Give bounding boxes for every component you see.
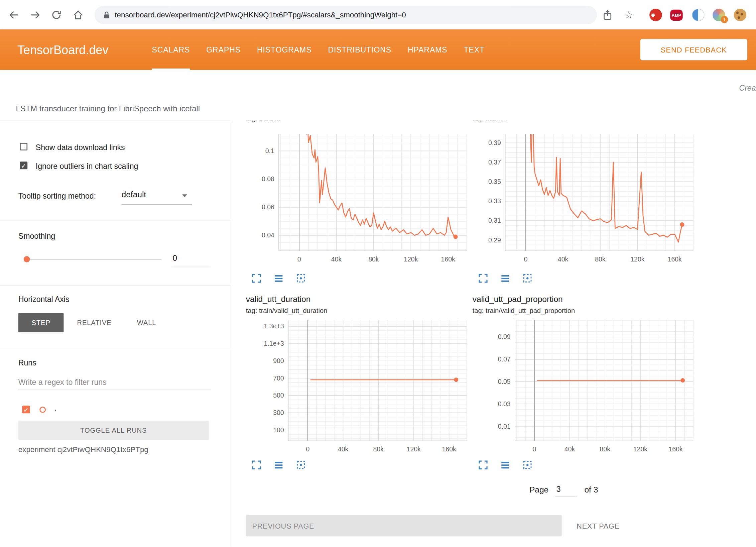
reload-icon[interactable]	[49, 8, 64, 22]
scalar-chart-canvas[interactable]: 040k80k120k160k1003005007009001.1e+31.3e…	[246, 319, 472, 456]
log-scale-icon[interactable]	[273, 459, 285, 471]
svg-text:120k: 120k	[407, 445, 421, 453]
svg-text:120k: 120k	[630, 255, 644, 263]
chart-toolbar	[251, 272, 306, 284]
cookie-icon[interactable]	[734, 9, 747, 21]
chart-tag: tag: train/valid_utt_pad_proportion	[473, 307, 575, 314]
smoothing-label: Smoothing	[18, 232, 55, 241]
next-page-button[interactable]: NEXT PAGE	[574, 515, 651, 536]
experiment-description: LSTM transducer training for LibriSpeech…	[16, 104, 200, 113]
ignore-outliers-checkbox[interactable]: ✓	[20, 161, 27, 169]
previous-page-button[interactable]: PREVIOUS PAGE	[246, 515, 562, 536]
fit-data-icon[interactable]	[522, 459, 533, 471]
log-scale-icon[interactable]	[500, 459, 511, 471]
chart-clipped-header: tag: train/…	[473, 121, 507, 123]
chart-toolbar	[477, 459, 533, 471]
svg-text:80k: 80k	[600, 445, 611, 453]
svg-text:0: 0	[297, 255, 301, 263]
svg-text:40k: 40k	[331, 255, 342, 263]
toggle-all-runs-button[interactable]: TOGGLE ALL RUNS	[18, 421, 209, 440]
tab-graphs[interactable]: GRAPHS	[206, 29, 241, 70]
expand-chart-icon[interactable]	[251, 459, 262, 471]
svg-text:0.04: 0.04	[262, 231, 274, 239]
log-scale-icon[interactable]	[500, 272, 511, 284]
app-header: TensorBoard.dev SCALARS GRAPHS HISTOGRAM…	[0, 29, 756, 70]
tooltip-sorting-dropdown[interactable]: default	[122, 190, 146, 200]
extension-blue-icon[interactable]	[692, 9, 705, 21]
svg-text:80k: 80k	[373, 445, 384, 453]
page-label: Page	[529, 485, 548, 495]
axis-relative-button[interactable]: RELATIVE	[72, 313, 117, 332]
clipped-right-text: Crea	[739, 84, 756, 93]
scalar-chart-canvas[interactable]: 040k80k120k160k0.040.060.080.1	[246, 133, 472, 266]
svg-text:0: 0	[524, 255, 528, 263]
svg-text:40k: 40k	[338, 445, 349, 453]
page-number-input[interactable]	[555, 485, 577, 496]
chart-title: valid_utt_duration	[246, 295, 311, 304]
axis-step-button[interactable]: STEP	[18, 313, 64, 332]
show-download-links-checkbox[interactable]	[20, 143, 27, 150]
tab-distributions[interactable]: DISTRIBUTIONS	[328, 29, 391, 70]
fit-data-icon[interactable]	[295, 272, 307, 284]
svg-text:0.03: 0.03	[498, 400, 511, 408]
ignore-outliers-label: Ignore outliers in chart scaling	[36, 162, 138, 171]
svg-text:160k: 160k	[669, 445, 683, 453]
svg-text:0.35: 0.35	[488, 178, 501, 185]
extension-profile-icon[interactable]: 1	[713, 9, 725, 21]
svg-text:1.3e+3: 1.3e+3	[264, 322, 284, 330]
expand-chart-icon[interactable]	[477, 272, 489, 284]
back-icon[interactable]	[7, 8, 21, 22]
scalar-chart-canvas[interactable]: 040k80k120k160k0.010.030.050.070.09	[473, 319, 698, 456]
run-checkbox[interactable]: ✓	[22, 406, 30, 413]
svg-text:80k: 80k	[595, 255, 606, 263]
expand-chart-icon[interactable]	[251, 272, 262, 284]
svg-text:0.07: 0.07	[498, 355, 511, 363]
svg-text:0.09: 0.09	[498, 333, 511, 340]
runs-filter-input[interactable]	[18, 378, 211, 390]
extension-abp-icon[interactable]: ABP	[670, 10, 683, 21]
tab-scalars[interactable]: SCALARS	[152, 29, 190, 70]
share-icon[interactable]	[600, 8, 615, 22]
smoothing-value-field[interactable]: 0	[172, 254, 177, 263]
url-bar[interactable]: tensorboard.dev/experiment/cj2vtPiwQHKN9…	[95, 6, 597, 24]
svg-text:0: 0	[532, 445, 536, 453]
tab-hparams[interactable]: HPARAMS	[408, 29, 447, 70]
chart-toolbar	[251, 459, 306, 471]
svg-text:160k: 160k	[441, 255, 455, 263]
divider	[0, 285, 231, 286]
svg-text:1.1e+3: 1.1e+3	[264, 340, 284, 347]
svg-text:100: 100	[273, 426, 284, 434]
smoothing-slider-track[interactable]	[26, 259, 161, 260]
axis-wall-button[interactable]: WALL	[127, 313, 166, 332]
log-scale-icon[interactable]	[273, 272, 285, 284]
chevron-down-icon[interactable]	[182, 194, 187, 197]
svg-text:0.05: 0.05	[498, 378, 511, 385]
svg-text:0.1: 0.1	[265, 147, 274, 154]
bookmark-star-icon[interactable]: ☆	[622, 8, 636, 22]
extension-blocker-icon[interactable]	[649, 9, 662, 21]
tab-histograms[interactable]: HISTOGRAMS	[257, 29, 311, 70]
svg-text:500: 500	[273, 392, 284, 399]
fit-data-icon[interactable]	[522, 272, 533, 284]
svg-text:700: 700	[273, 374, 284, 382]
svg-text:80k: 80k	[368, 255, 379, 263]
tab-text[interactable]: TEXT	[464, 29, 485, 70]
divider	[0, 220, 231, 220]
dropdown-underline	[122, 204, 192, 204]
fit-data-icon[interactable]	[295, 459, 307, 471]
horizontal-axis-label: Horizontal Axis	[18, 295, 70, 304]
chart-clipped-header: tag: train/…	[246, 121, 281, 123]
forward-icon[interactable]	[28, 8, 42, 22]
smoothing-slider-thumb[interactable]	[24, 256, 30, 262]
lock-icon	[103, 11, 110, 19]
svg-text:40k: 40k	[564, 445, 575, 453]
svg-text:40k: 40k	[558, 255, 569, 263]
send-feedback-button[interactable]: SEND FEEDBACK	[640, 39, 747, 60]
run-color-indicator[interactable]	[39, 407, 46, 413]
expand-chart-icon[interactable]	[477, 459, 489, 471]
scalar-chart-canvas[interactable]: 040k80k120k160k0.290.310.330.350.370.39	[473, 133, 698, 266]
svg-text:160k: 160k	[668, 255, 682, 263]
home-icon[interactable]	[71, 8, 85, 22]
charts-panel: tag: train/… 040k80k120k160k0.040.060.08…	[231, 121, 756, 547]
divider	[0, 348, 231, 348]
